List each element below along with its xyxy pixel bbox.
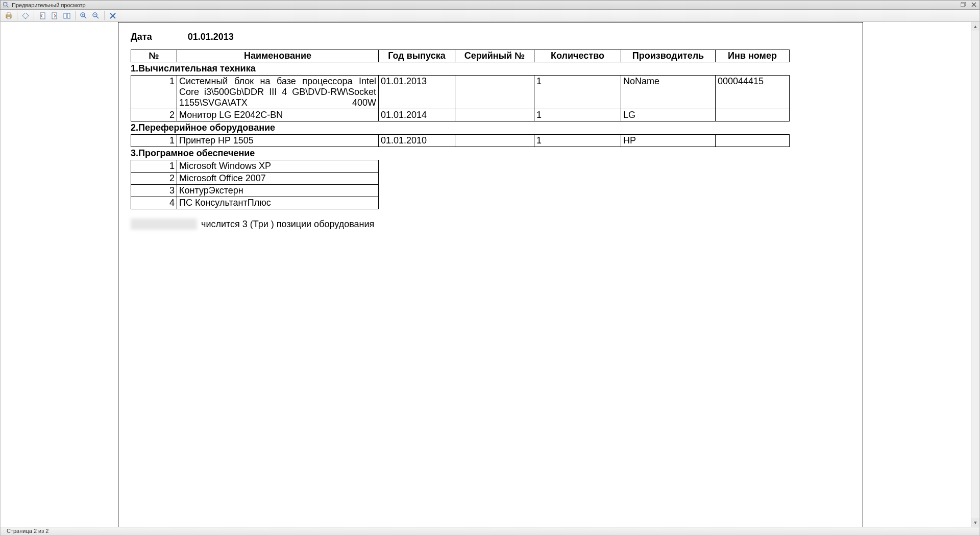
table-row: 2 Microsoft Office 2007 bbox=[131, 173, 379, 185]
status-bar: Страница 2 из 2 bbox=[0, 527, 980, 536]
col-num: № bbox=[131, 50, 177, 62]
cell-inv bbox=[716, 109, 790, 121]
section-1-table: 1 Системный блок на базе процессора Inte… bbox=[131, 75, 790, 121]
scroll-down-icon[interactable]: ▼ bbox=[971, 518, 979, 527]
cell-qty: 1 bbox=[534, 135, 621, 147]
col-year: Год выпуска bbox=[379, 50, 455, 62]
toolbar bbox=[0, 10, 980, 22]
cell-name: Монитор LG E2042C-BN bbox=[177, 109, 379, 121]
cell-num: 2 bbox=[131, 109, 177, 121]
summary-line: числится 3 (Три ) позиции оборудования bbox=[131, 218, 850, 230]
cell-year: 01.01.2013 bbox=[379, 76, 455, 109]
page-indicator: Страница 2 из 2 bbox=[7, 528, 48, 534]
svg-rect-9 bbox=[7, 17, 10, 19]
col-serial: Серийный № bbox=[455, 50, 534, 62]
svg-rect-4 bbox=[961, 3, 965, 7]
titlebar: Предварительный просмотр bbox=[0, 0, 980, 10]
multi-page-button[interactable] bbox=[62, 11, 72, 21]
svg-rect-8 bbox=[7, 13, 10, 15]
table-row: 1 Принтер HP 1505 01.01.2010 1 HP bbox=[131, 135, 790, 147]
summary-text: числится 3 (Три ) позиции оборудования bbox=[201, 219, 374, 230]
cell-qty: 1 bbox=[534, 76, 621, 109]
section-title-2: 2.Переферийное оборудование bbox=[131, 121, 850, 134]
section-2-table: 1 Принтер HP 1505 01.01.2010 1 HP bbox=[131, 134, 790, 147]
cell-num: 3 bbox=[131, 185, 177, 197]
cell-num: 4 bbox=[131, 197, 177, 209]
software-table: 1 Microsoft Windows XP 2 Microsoft Offic… bbox=[131, 160, 379, 209]
table-row: 1 Microsoft Windows XP bbox=[131, 160, 379, 173]
redacted-name bbox=[131, 218, 197, 230]
cell-name: Принтер HP 1505 bbox=[177, 135, 379, 147]
window-title: Предварительный просмотр bbox=[12, 2, 86, 8]
separator bbox=[34, 11, 34, 20]
cell-serial bbox=[455, 76, 534, 109]
cell-maker: HP bbox=[621, 135, 716, 147]
zoom-out-button[interactable] bbox=[91, 11, 101, 21]
table-row: 2 Монитор LG E2042C-BN 01.01.2014 1 LG bbox=[131, 109, 790, 121]
cell-num: 2 bbox=[131, 173, 177, 185]
svg-rect-13 bbox=[67, 13, 70, 18]
separator bbox=[104, 11, 105, 20]
cell-year: 01.01.2010 bbox=[379, 135, 455, 147]
preview-viewport: Дата 01.01.2013 № Наименование Год выпус… bbox=[0, 22, 980, 527]
cell-name: Microsoft Office 2007 bbox=[177, 173, 379, 185]
table-row: 1 Системный блок на базе процессора Inte… bbox=[131, 76, 790, 109]
next-page-button[interactable] bbox=[50, 11, 60, 21]
cell-name: ПС КонсультантПлюс bbox=[177, 197, 379, 209]
svg-line-1 bbox=[7, 5, 9, 7]
print-button[interactable] bbox=[4, 11, 14, 21]
table-header-row: № Наименование Год выпуска Серийный № Ко… bbox=[131, 50, 790, 62]
fit-button[interactable] bbox=[20, 11, 31, 21]
cell-name: КонтурЭкстерн bbox=[177, 185, 379, 197]
close-preview-button[interactable] bbox=[108, 11, 118, 21]
cell-serial bbox=[455, 109, 534, 121]
cell-qty: 1 bbox=[534, 109, 621, 121]
col-qty: Количество bbox=[534, 50, 621, 62]
date-value: 01.01.2013 bbox=[188, 32, 234, 42]
equipment-table: № Наименование Год выпуска Серийный № Ко… bbox=[131, 50, 790, 62]
cell-num: 1 bbox=[131, 160, 177, 173]
svg-rect-12 bbox=[64, 13, 66, 18]
date-row: Дата 01.01.2013 bbox=[131, 22, 850, 50]
col-name: Наименование bbox=[177, 50, 379, 62]
cell-name: Системный блок на базе процессора Intel … bbox=[177, 76, 379, 109]
vertical-scrollbar[interactable]: ▲ ▼ bbox=[971, 22, 979, 527]
cell-year: 01.01.2014 bbox=[379, 109, 455, 121]
cell-name: Microsoft Windows XP bbox=[177, 160, 379, 173]
cell-serial bbox=[455, 135, 534, 147]
cell-num: 1 bbox=[131, 76, 177, 109]
svg-point-0 bbox=[4, 2, 7, 6]
svg-line-19 bbox=[96, 16, 99, 18]
table-row: 4 ПС КонсультантПлюс bbox=[131, 197, 379, 209]
cell-inv: 000044415 bbox=[716, 76, 790, 109]
prev-page-button[interactable] bbox=[37, 11, 47, 21]
cell-maker: NoName bbox=[621, 76, 716, 109]
section-title-3: 3.Програмное обеспечение bbox=[131, 147, 850, 160]
separator bbox=[75, 11, 76, 20]
separator bbox=[17, 11, 17, 20]
scroll-track[interactable] bbox=[971, 31, 979, 518]
table-row: 3 КонтурЭкстерн bbox=[131, 185, 379, 197]
close-window-button[interactable] bbox=[969, 1, 978, 9]
col-maker: Производитель bbox=[621, 50, 716, 62]
col-inv: Инв номер bbox=[716, 50, 790, 62]
date-label: Дата bbox=[131, 32, 152, 42]
preview-icon bbox=[3, 2, 10, 9]
zoom-in-button[interactable] bbox=[79, 11, 89, 21]
cell-num: 1 bbox=[131, 135, 177, 147]
section-title-1: 1.Вычислительная техника bbox=[131, 62, 850, 75]
restore-button[interactable] bbox=[959, 1, 968, 9]
cell-maker: LG bbox=[621, 109, 716, 121]
svg-line-15 bbox=[84, 16, 86, 18]
scroll-up-icon[interactable]: ▲ bbox=[971, 22, 979, 31]
cell-inv bbox=[716, 135, 790, 147]
document-page: Дата 01.01.2013 № Наименование Год выпус… bbox=[118, 22, 863, 527]
